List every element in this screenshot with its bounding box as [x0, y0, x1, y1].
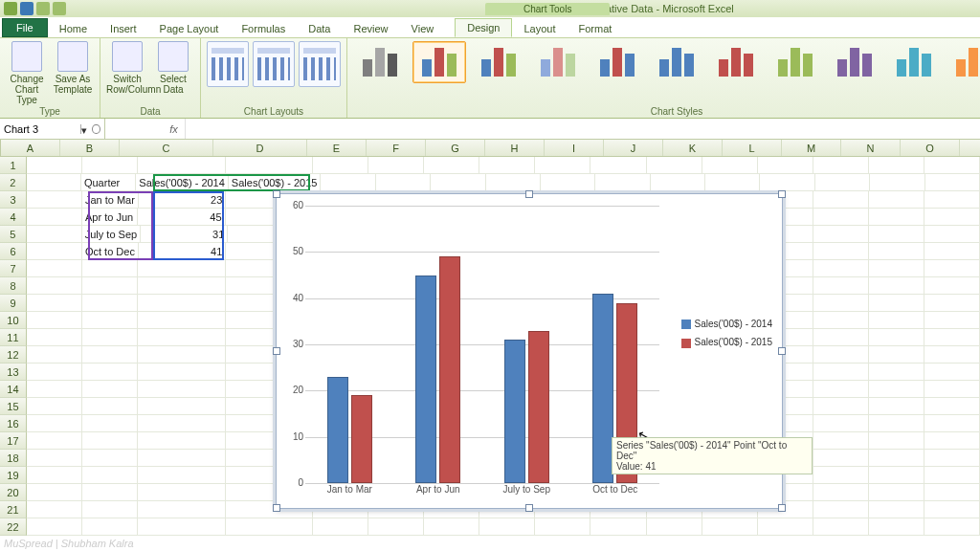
cell[interactable] — [813, 209, 869, 226]
cell[interactable] — [813, 467, 869, 484]
cell[interactable]: 41 — [139, 243, 226, 260]
column-header[interactable]: A — [1, 140, 60, 156]
select-data-button[interactable]: Select Data — [152, 41, 194, 95]
cell[interactable] — [431, 174, 485, 191]
column-header[interactable]: F — [367, 140, 426, 156]
row-header[interactable]: 8 — [0, 277, 27, 295]
tab-data[interactable]: Data — [297, 20, 342, 37]
cell[interactable] — [138, 484, 226, 501]
chart-legend[interactable]: Sales('00$) - 2014 Sales('00$) - 2015 — [681, 319, 772, 348]
row-header[interactable]: 4 — [0, 209, 27, 226]
column-header[interactable]: E — [307, 140, 367, 156]
cell[interactable] — [815, 174, 870, 191]
cell[interactable] — [27, 226, 82, 243]
row-header[interactable]: 17 — [0, 432, 27, 450]
cell[interactable] — [869, 381, 924, 398]
cell[interactable] — [705, 174, 760, 191]
row-header[interactable]: 22 — [0, 518, 27, 536]
cell[interactable] — [27, 329, 82, 346]
tab-review[interactable]: Review — [342, 20, 399, 37]
cell[interactable] — [813, 277, 869, 295]
cell[interactable] — [27, 260, 82, 277]
cell[interactable] — [924, 501, 980, 518]
resize-handle[interactable] — [273, 190, 280, 198]
cell[interactable] — [27, 295, 82, 312]
cell[interactable] — [535, 518, 590, 536]
chart-layout-thumb[interactable] — [299, 41, 341, 87]
cell[interactable]: Jan to Mar — [82, 191, 139, 209]
tab-file[interactable]: File — [2, 18, 48, 37]
cell[interactable] — [869, 157, 924, 174]
resize-handle[interactable] — [778, 190, 786, 198]
cell[interactable] — [869, 329, 924, 346]
chart-style-thumb[interactable] — [887, 41, 941, 83]
cell[interactable] — [138, 398, 226, 415]
row-header[interactable]: 3 — [0, 191, 27, 209]
row-header[interactable]: 21 — [0, 501, 27, 518]
tab-format[interactable]: Format — [567, 20, 623, 37]
tab-insert[interactable]: Insert — [99, 20, 148, 37]
cell[interactable] — [82, 260, 138, 277]
cell[interactable] — [647, 518, 702, 536]
chart-style-thumb[interactable] — [412, 41, 466, 83]
column-header[interactable]: K — [663, 140, 723, 156]
row-header[interactable]: 10 — [0, 312, 27, 329]
resize-handle[interactable] — [778, 347, 786, 355]
cell[interactable] — [813, 450, 869, 467]
cell[interactable] — [925, 174, 980, 191]
cell[interactable] — [813, 191, 869, 209]
cell[interactable] — [27, 346, 82, 364]
cell[interactable] — [924, 450, 980, 467]
column-header[interactable]: L — [723, 140, 782, 156]
cell[interactable] — [869, 312, 924, 329]
worksheet[interactable]: ABCDEFGHIJKLMNOP 12QuarterSales('00$) - … — [0, 140, 980, 551]
cell[interactable] — [368, 518, 424, 536]
cell[interactable] — [138, 467, 226, 484]
cell[interactable] — [869, 364, 924, 381]
fx-icon[interactable]: fx — [163, 119, 186, 139]
chart-bar[interactable] — [351, 395, 372, 483]
cell[interactable] — [595, 174, 650, 191]
cell[interactable] — [869, 501, 924, 518]
cell[interactable] — [813, 157, 869, 174]
row-header[interactable]: 18 — [0, 450, 27, 467]
tab-formulas[interactable]: Formulas — [230, 20, 297, 37]
cell[interactable] — [82, 450, 138, 467]
column-header[interactable]: O — [901, 140, 960, 156]
cell[interactable] — [138, 277, 226, 295]
cell[interactable] — [924, 312, 980, 329]
cell[interactable] — [376, 174, 431, 191]
cell[interactable] — [138, 295, 226, 312]
cell[interactable] — [813, 295, 869, 312]
row-header[interactable]: 11 — [0, 329, 27, 346]
cell[interactable] — [138, 432, 226, 450]
chart-style-thumb[interactable] — [650, 41, 703, 83]
column-header[interactable]: C — [120, 140, 213, 156]
cell[interactable] — [479, 157, 535, 174]
cell[interactable] — [924, 518, 980, 536]
cell[interactable] — [82, 415, 138, 432]
row-header[interactable]: 14 — [0, 381, 27, 398]
cell[interactable]: 45 — [138, 209, 226, 226]
cell[interactable]: Sales('00$) - 2015 — [229, 174, 322, 191]
cell[interactable] — [760, 174, 814, 191]
cell[interactable] — [138, 260, 226, 277]
cell[interactable] — [924, 243, 980, 260]
resize-handle[interactable] — [525, 504, 533, 512]
cell[interactable] — [368, 157, 424, 174]
cell[interactable] — [924, 381, 980, 398]
cell[interactable] — [869, 277, 924, 295]
cell[interactable] — [924, 191, 980, 209]
cell[interactable] — [82, 295, 138, 312]
cell[interactable] — [27, 432, 82, 450]
cell[interactable] — [869, 226, 924, 243]
cell[interactable] — [226, 157, 314, 174]
cell[interactable] — [924, 209, 980, 226]
row-header[interactable]: 5 — [0, 226, 27, 243]
cell[interactable]: Quarter — [81, 174, 136, 191]
cell[interactable] — [138, 329, 226, 346]
cell[interactable] — [924, 346, 980, 364]
chart-bar[interactable] — [528, 331, 549, 484]
chart-style-thumb[interactable] — [472, 41, 525, 83]
cell[interactable] — [702, 518, 758, 536]
